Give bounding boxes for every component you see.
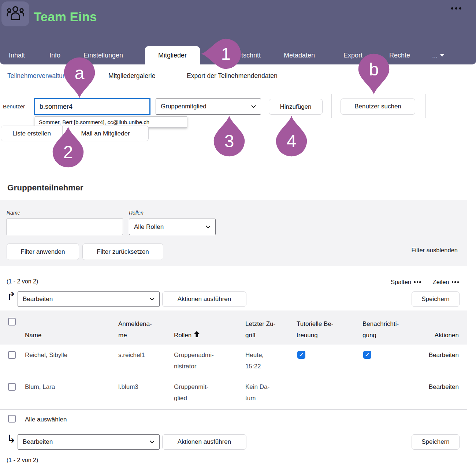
- chevron-down-icon: [150, 298, 155, 301]
- tab-overflow[interactable]: ...: [432, 46, 444, 64]
- rows-menu[interactable]: Zeilen: [433, 279, 459, 286]
- svg-text:b: b: [369, 60, 379, 79]
- chevron-down-icon: [150, 440, 155, 443]
- result-count-top: (1 - 2 von 2): [7, 278, 38, 285]
- subtab-export-teilnehmendendaten[interactable]: Export der Teilnehmendendaten: [187, 71, 278, 81]
- filter-roles-label: Rollen: [129, 210, 144, 216]
- rows-menu-label: Zeilen: [433, 279, 449, 286]
- select-all-checkbox-header[interactable]: [8, 318, 16, 326]
- toolbar-divider: [331, 94, 332, 118]
- toolbar-divider: [425, 94, 426, 118]
- col-header-roles-sorted[interactable]: Rollen: [174, 330, 200, 341]
- apply-to-selection-up-arrow-icon: ↱: [7, 291, 16, 302]
- col-header-last-access[interactable]: Letzter Zu- griff: [245, 318, 275, 341]
- cell-role: Gruppenmit- glied: [174, 381, 208, 404]
- bulk-action-value: Bearbeiten: [23, 438, 53, 446]
- sort-ascending-icon: [194, 331, 200, 337]
- chevron-down-icon: [206, 226, 211, 228]
- group-object-tile: [1, 1, 29, 26]
- section-title: Gruppenteilnehmer: [7, 183, 83, 193]
- table-header: Name Anmeldena- me Rollen Letzter Zu- gr…: [0, 310, 467, 345]
- row-edit-link[interactable]: Bearbeiten: [429, 349, 459, 361]
- execute-actions-button-bottom[interactable]: Aktionen ausführen: [162, 434, 246, 450]
- table-row: Reichel, Sibylle s.reichel1 Gruppenadmi-…: [0, 345, 467, 377]
- page: Team Eins Inhalt Info Einstellungen Lern…: [0, 0, 476, 476]
- table-row: Blum, Lara l.blum3 Gruppenmit- glied Kei…: [0, 376, 467, 410]
- col-header-actions: Aktionen: [435, 330, 459, 341]
- col-header-roles-label: Rollen: [174, 332, 191, 339]
- row-edit-link[interactable]: Bearbeiten: [429, 381, 459, 393]
- table-view-controls: Spalten Zeilen: [391, 279, 459, 286]
- marker-pin-4: 4: [275, 116, 308, 158]
- filter-roles-value: Alle Rollen: [134, 223, 164, 231]
- ellipsis-icon: [414, 281, 421, 283]
- marker-pin-2: 2: [51, 127, 85, 169]
- benutzer-label: Benutzer: [3, 103, 25, 109]
- bulk-action-value: Bearbeiten: [23, 295, 53, 303]
- bulk-action-select-top[interactable]: Bearbeiten: [18, 291, 160, 307]
- tab-info[interactable]: Info: [49, 46, 60, 64]
- chevron-down-icon: [251, 105, 256, 108]
- cell-role: Gruppenadmi- nistrator: [174, 349, 214, 372]
- notification-checkbox-checked[interactable]: ✓: [363, 351, 371, 359]
- row-checkbox[interactable]: [8, 383, 16, 391]
- svg-text:1: 1: [221, 44, 231, 63]
- col-header-notification[interactable]: Benachrichti- gung: [362, 318, 399, 341]
- subtab-mitgliedergalerie[interactable]: Mitgliedergalerie: [108, 71, 155, 81]
- filter-name-input[interactable]: [7, 219, 123, 235]
- cell-last-access: Heute, 15:22: [245, 349, 264, 372]
- user-search-input[interactable]: [34, 98, 150, 115]
- tutor-checkbox-checked[interactable]: ✓: [297, 351, 305, 359]
- header-actions-ellipsis-icon[interactable]: [451, 7, 461, 10]
- tab-mitglieder-active[interactable]: Mitglieder: [145, 46, 200, 64]
- subtab-teilnehmerverwaltung-active[interactable]: Teilnehmerverwaltung: [7, 71, 70, 81]
- svg-text:a: a: [75, 63, 85, 83]
- marker-pin-1: 1: [201, 38, 242, 70]
- filter-panel: Name Rollen Alle Rollen Filter anwenden …: [0, 200, 467, 266]
- apply-to-selection-down-arrow-icon: ↳: [7, 434, 16, 445]
- role-select-value: Gruppenmitglied: [161, 103, 207, 110]
- tab-metadaten[interactable]: Metadaten: [284, 46, 315, 64]
- row-checkbox[interactable]: [8, 351, 16, 359]
- cell-last-access: Kein Da- tum: [245, 381, 269, 404]
- save-button-bottom[interactable]: Speichern: [412, 434, 460, 450]
- columns-menu[interactable]: Spalten: [391, 279, 421, 286]
- cell-name: Blum, Lara: [25, 381, 55, 393]
- tab-inhalt[interactable]: Inhalt: [9, 46, 25, 64]
- select-all-checkbox[interactable]: [8, 415, 16, 423]
- tab-overflow-label: ...: [432, 46, 438, 64]
- filter-roles-select[interactable]: Alle Rollen: [129, 219, 216, 235]
- cell-login: s.reichel1: [118, 349, 145, 361]
- role-select[interactable]: Gruppenmitglied: [156, 98, 261, 115]
- save-button-top[interactable]: Speichern: [412, 291, 460, 307]
- cell-login: l.blum3: [118, 381, 138, 393]
- marker-pin-b: b: [357, 52, 391, 94]
- col-header-tutor[interactable]: Tutorielle Be- treuung: [297, 318, 333, 341]
- marker-pin-a: a: [63, 56, 96, 98]
- select-all-label: Alle auswählen: [25, 416, 67, 423]
- marker-pin-3: 3: [212, 116, 246, 158]
- filter-name-label: Name: [7, 210, 20, 216]
- cell-name: Reichel, Sibylle: [25, 349, 67, 361]
- add-user-button[interactable]: Hinzufügen: [269, 99, 323, 115]
- group-people-icon: [7, 5, 24, 22]
- filter-hide-link[interactable]: Filter ausblenden: [411, 247, 458, 254]
- result-count-bottom: (1 - 2 von 2): [7, 457, 38, 464]
- page-title: Team Eins: [34, 10, 97, 24]
- execute-actions-button-top[interactable]: Aktionen ausführen: [162, 291, 246, 307]
- caret-down-icon: [440, 54, 444, 57]
- svg-text:4: 4: [287, 131, 297, 151]
- col-header-name[interactable]: Name: [25, 330, 41, 341]
- tab-rechte[interactable]: Rechte: [389, 46, 410, 64]
- ellipsis-icon: [452, 281, 459, 283]
- search-users-button[interactable]: Benutzer suchen: [341, 98, 415, 115]
- svg-text:3: 3: [224, 131, 234, 151]
- filter-apply-button[interactable]: Filter anwenden: [7, 243, 79, 260]
- bulk-action-select-bottom[interactable]: Bearbeiten: [18, 434, 160, 450]
- columns-menu-label: Spalten: [391, 279, 411, 286]
- col-header-login[interactable]: Anmeldena- me: [118, 318, 152, 341]
- filter-reset-button[interactable]: Filter zurücksetzen: [82, 243, 163, 260]
- svg-text:2: 2: [63, 142, 73, 162]
